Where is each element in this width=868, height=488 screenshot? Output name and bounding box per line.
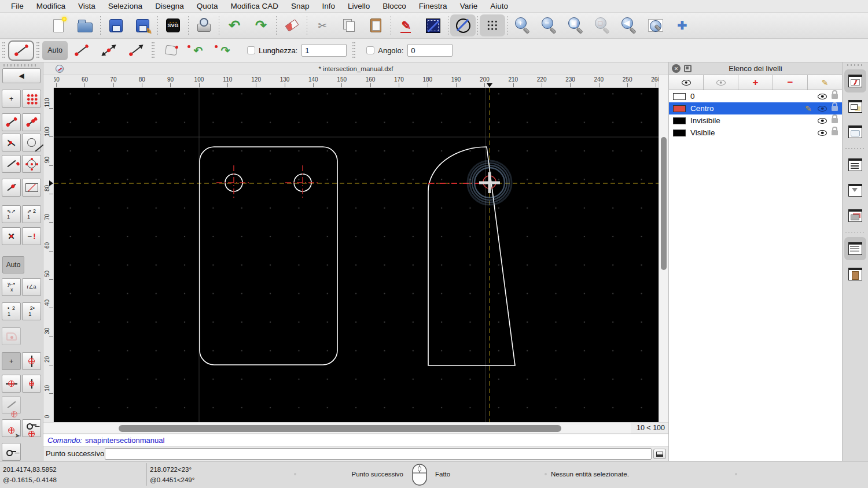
snap-auto-toolbar-button[interactable]: Auto	[42, 41, 68, 60]
select-reference-point-button[interactable]: ➤	[2, 419, 21, 437]
snap-middle-button[interactable]	[2, 179, 21, 197]
lunghezza-checkbox[interactable]	[247, 46, 255, 54]
layer-color-swatch[interactable]	[673, 117, 686, 124]
selection-filter-toggle-button[interactable]	[844, 179, 866, 202]
edit-layer-icon[interactable]: ✎	[805, 104, 812, 113]
menu-modifica-cad[interactable]: Modifica CAD	[224, 2, 285, 10]
undo-button[interactable]: ↶	[221, 14, 248, 37]
zoom-in-button[interactable]: +	[509, 14, 536, 37]
cut-button[interactable]: ✂	[309, 14, 336, 37]
menu-vista[interactable]: Vista	[72, 2, 102, 10]
relative-polar-button[interactable]: 2•1	[22, 302, 41, 320]
angolo-input[interactable]	[407, 44, 453, 57]
snap-endpoints-button[interactable]	[2, 113, 21, 131]
horizontal-scrollbar[interactable]	[43, 423, 631, 434]
angle-snap-button[interactable]	[2, 396, 21, 414]
vertical-scrollbar-thumb[interactable]	[661, 137, 667, 270]
toggle-command-history-button[interactable]	[653, 449, 666, 459]
open-file-button[interactable]	[72, 14, 98, 37]
snap-intersection-manual-button[interactable]: −!	[22, 227, 41, 245]
save-as-button[interactable]: ✎	[129, 14, 156, 37]
command-widget-toggle-button[interactable]	[844, 237, 866, 260]
property-editor-toggle-button[interactable]	[844, 69, 866, 93]
menu-varie[interactable]: Varie	[454, 2, 484, 10]
zoom-window-button[interactable]	[642, 14, 669, 37]
snap-divide-two-button[interactable]: ⇖↗1	[2, 205, 21, 223]
paste-button[interactable]	[362, 14, 389, 37]
command-input[interactable]	[105, 448, 652, 460]
redo-button[interactable]: ↷	[248, 14, 274, 37]
layer-row-visibile[interactable]: Visibile	[669, 127, 842, 139]
snap-divide-ratio-button[interactable]: ⇗ 21	[22, 205, 41, 223]
float-panel-icon[interactable]	[684, 65, 692, 72]
library-browser-toggle-button[interactable]	[844, 120, 866, 143]
eraser-button[interactable]	[278, 14, 305, 37]
sidebar-drag-handle[interactable]	[3, 64, 38, 66]
redo-segment-button[interactable]: ↷	[212, 40, 239, 61]
widget-list-toggle-button[interactable]	[844, 153, 866, 176]
lunghezza-input[interactable]	[301, 44, 347, 57]
restrict-vertical-button[interactable]	[22, 352, 41, 370]
menu-finestra[interactable]: Finestra	[413, 2, 454, 10]
remove-layer-button[interactable]: −	[773, 75, 808, 90]
menu-file[interactable]: File	[5, 2, 30, 10]
copy-button[interactable]	[336, 14, 362, 37]
new-file-button[interactable]	[45, 14, 72, 37]
menu-snap[interactable]: Snap	[285, 2, 316, 10]
menu-disegna[interactable]: Disegna	[149, 2, 190, 10]
snap-on-entity-button[interactable]	[22, 113, 41, 131]
export-svg-button[interactable]: SVG	[160, 14, 186, 37]
snap-free-button[interactable]: +	[2, 90, 21, 108]
layer-color-swatch[interactable]	[673, 93, 686, 100]
toolbar-drag-handle[interactable]	[2, 42, 5, 58]
snap-center-button[interactable]	[22, 155, 41, 173]
layer-lock-icon[interactable]	[832, 118, 838, 123]
drawing-canvas[interactable]	[54, 88, 659, 422]
menu-livello[interactable]: Livello	[341, 2, 376, 10]
edit-pen-button[interactable]: ✎	[393, 14, 420, 37]
layer-panel-titlebar[interactable]: ✕ Elenco dei livelli	[669, 62, 842, 75]
hide-all-layers-button[interactable]	[704, 75, 738, 90]
layer-row-centro[interactable]: Centro✎	[669, 102, 842, 114]
vertical-scrollbar[interactable]	[659, 75, 668, 422]
snap-tangent-button[interactable]	[22, 134, 41, 151]
clipboard-widget-toggle-button[interactable]	[844, 263, 866, 286]
layer-visibility-icon[interactable]	[818, 94, 827, 99]
snap-grid-button[interactable]	[22, 90, 41, 108]
edit-layer-button[interactable]: ✎	[808, 75, 842, 90]
restrict-horizontal-button[interactable]	[2, 375, 21, 393]
line-both-directions-button[interactable]	[95, 40, 122, 61]
show-all-layers-button[interactable]	[669, 75, 704, 90]
snap-auto-sidebar-button[interactable]: Auto	[2, 256, 24, 273]
set-relative-zero-button[interactable]	[2, 443, 21, 461]
pan-button[interactable]: ✚	[669, 14, 696, 37]
snap-distance-button[interactable]	[2, 155, 21, 173]
layer-visibility-icon[interactable]	[818, 118, 827, 124]
coordinates-polar-button[interactable]: r∠a	[22, 278, 41, 296]
menu-blocco[interactable]: Blocco	[376, 2, 413, 10]
polyline-close-button[interactable]	[157, 40, 185, 61]
angolo-checkbox[interactable]	[366, 46, 374, 54]
zoom-previous-button[interactable]: ◀	[616, 14, 642, 37]
add-layer-button[interactable]: +	[738, 75, 773, 90]
strip-drag-handle[interactable]	[847, 64, 865, 66]
layer-lock-icon[interactable]	[832, 106, 838, 111]
snap-perpendicular-button[interactable]: ⋋	[2, 134, 21, 151]
block-list-toggle-button[interactable]	[844, 95, 866, 118]
menu-quota[interactable]: Quota	[190, 2, 225, 10]
layer-visibility-icon[interactable]	[818, 130, 827, 136]
menu-aiuto[interactable]: Aiuto	[484, 2, 514, 10]
print-preview-button[interactable]	[190, 14, 217, 37]
coordinates-cartesian-button[interactable]: y⌐• x	[2, 278, 21, 296]
lock-relative-zero-button[interactable]	[22, 419, 41, 437]
fillet-button[interactable]	[2, 327, 21, 345]
undo-segment-button[interactable]: ↶	[185, 40, 212, 61]
menu-modifica[interactable]: Modifica	[30, 2, 72, 10]
zoom-selection-button[interactable]: ▢	[589, 14, 616, 37]
menu-info[interactable]: Info	[316, 2, 342, 10]
layer-color-swatch[interactable]	[673, 130, 686, 136]
save-button[interactable]	[102, 14, 129, 37]
restrict-nothing-button[interactable]: +	[2, 352, 21, 370]
drawing-window-titlebar[interactable]: * intersection_manual.dxf	[43, 62, 668, 75]
layer-row-0[interactable]: 0	[669, 90, 842, 102]
